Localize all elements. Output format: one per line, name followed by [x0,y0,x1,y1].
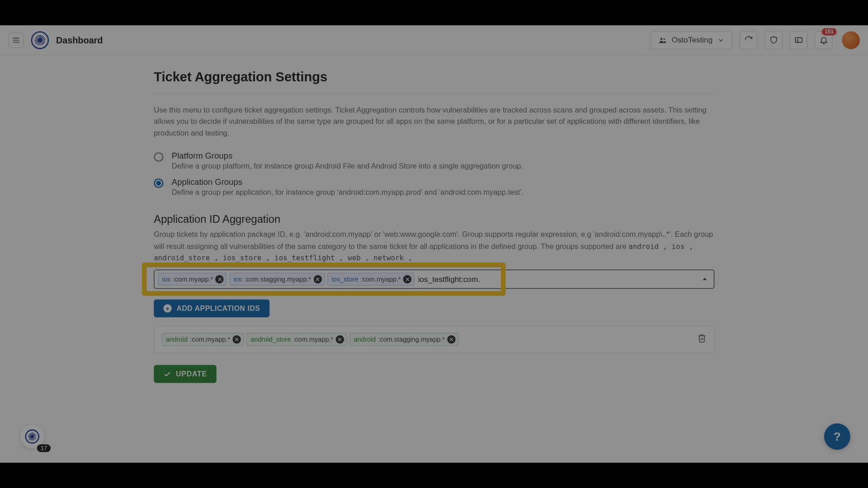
chip-prefix: ios [162,276,171,283]
radio-application-groups[interactable]: Application Groups Define a group per ap… [154,178,714,197]
page-header-title: Dashboard [56,35,103,45]
update-button[interactable]: UPDATE [154,365,217,383]
radio-label: Application Groups [172,178,524,187]
plus-circle-icon: + [163,305,171,313]
app-id-chip: ios_store:com.myapp.*✕ [327,273,414,286]
existing-group-row: android:com.myapp.*✕ android_store:com.m… [154,326,714,353]
chip-remove-button[interactable]: ✕ [216,275,224,283]
radio-icon [154,178,163,188]
refresh-icon [744,35,753,44]
app-id-chip: android_store:com.myapp.*✕ [246,333,347,346]
add-button-label: ADD APPLICATION IDS [176,305,260,313]
chip-suffix: :com.myapp.* [293,336,334,343]
app-logo [31,31,49,49]
question-icon: ? [834,430,841,443]
chip-prefix: ios_store [332,276,359,283]
section-title-appid: Application ID Aggregation [154,213,714,226]
shield-button[interactable] [764,31,783,49]
chip-prefix: ios [234,276,242,283]
chip-remove-button[interactable]: ✕ [232,335,241,343]
app-header: Dashboard OstoTesting 151 [0,25,868,55]
svg-point-6 [797,39,798,41]
radio-platform-groups[interactable]: Platform Groups Define a group platform,… [154,151,714,170]
delete-group-button[interactable] [697,333,707,345]
application-id-input-combobox[interactable]: ios:com.myapp.*✕ ios:com.stagging.myapp.… [154,270,714,289]
check-icon [163,370,171,378]
dropdown-arrow-icon[interactable] [702,274,708,285]
chip-suffix: :com.myapp.* [361,276,401,283]
notification-count-badge: 151 [822,28,837,35]
help-fab-button[interactable]: ? [824,423,850,450]
chip-remove-button[interactable]: ✕ [336,335,344,343]
update-button-label: UPDATE [176,370,207,378]
app-id-chip: ios:com.stagging.myapp.*✕ [230,273,325,286]
chip-suffix: :com.myapp.* [173,276,213,283]
shield-icon [769,35,778,44]
page-title: Ticket Aggregation Settings [154,70,714,94]
chip-prefix: android_store [251,336,291,343]
bell-icon [819,35,828,44]
radio-description: Define a group platform, for instance gr… [172,162,523,170]
aggregation-mode-radio-group: Platform Groups Define a group platform,… [154,151,714,196]
app-id-chip: ios:com.myapp.*✕ [158,273,227,286]
add-application-ids-button[interactable]: + ADD APPLICATION IDS [154,300,269,318]
notifications-button[interactable]: 151 [815,31,833,49]
svg-point-4 [664,38,665,39]
radio-icon [154,152,163,162]
chip-suffix: :com.myapp.* [190,336,230,343]
id-card-button[interactable] [789,31,807,49]
radio-label: Platform Groups [172,151,523,160]
hamburger-menu-button[interactable] [8,32,24,47]
chip-prefix: android [166,336,188,343]
org-switcher-button[interactable]: OstoTesting [651,31,732,49]
section-description-appid: Group tickets by application package ID,… [154,229,714,264]
chip-suffix: :com.stagging.myapp.* [245,276,311,283]
radio-description: Define a group per application, for inst… [172,188,524,196]
trash-icon [697,333,707,343]
page-description: Use this menu to configure ticket aggreg… [154,104,714,139]
user-avatar[interactable] [842,31,860,49]
refresh-button[interactable] [740,31,758,49]
chip-remove-button[interactable]: ✕ [447,335,455,343]
id-card-icon [794,35,803,44]
main-content: Ticket Aggregation Settings Use this men… [0,55,868,383]
chip-prefix: android [354,336,376,343]
app-id-chip: android:com.myapp.*✕ [161,333,244,346]
svg-point-3 [660,38,663,40]
chip-remove-button[interactable]: ✕ [313,275,321,283]
chevron-down-icon [717,36,725,43]
app-id-chip: android:com.stagging.myapp.*✕ [349,333,458,346]
chip-remove-button[interactable]: ✕ [403,275,411,283]
floating-badge-count: 17 [37,444,51,452]
svg-marker-7 [703,278,707,280]
application-id-text-input[interactable] [418,275,710,284]
svg-rect-5 [795,38,802,42]
group-icon [659,36,667,44]
chip-suffix: :com.stagging.myapp.* [378,336,445,343]
org-name: OstoTesting [672,35,713,44]
